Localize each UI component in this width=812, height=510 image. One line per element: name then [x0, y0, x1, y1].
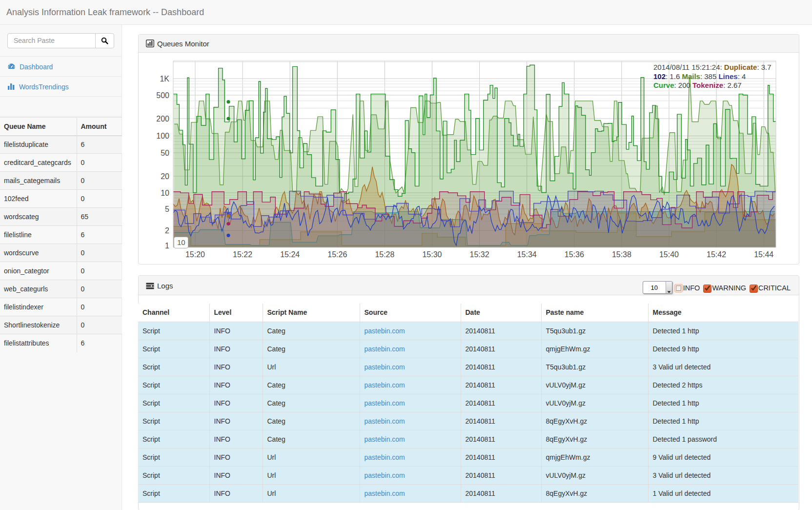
svg-text:15:24: 15:24	[280, 250, 300, 259]
svg-text:15:36: 15:36	[565, 250, 584, 259]
svg-text:1K: 1K	[160, 75, 169, 83]
svg-text:500: 500	[156, 91, 169, 100]
svg-text:15:32: 15:32	[470, 250, 489, 259]
svg-text:15:20: 15:20	[185, 250, 205, 259]
svg-text:20: 20	[161, 172, 169, 181]
svg-text:10: 10	[161, 189, 169, 197]
svg-text:15:44: 15:44	[754, 250, 773, 259]
svg-text:200: 200	[156, 115, 169, 123]
svg-text:2: 2	[165, 226, 169, 235]
svg-text:100: 100	[156, 132, 169, 140]
svg-text:15:38: 15:38	[612, 250, 631, 259]
svg-text:15:40: 15:40	[659, 250, 679, 259]
svg-text:15:28: 15:28	[375, 250, 394, 259]
svg-text:1: 1	[165, 242, 169, 250]
svg-text:5: 5	[165, 205, 169, 213]
svg-text:15:34: 15:34	[517, 250, 537, 259]
svg-text:15:26: 15:26	[327, 250, 347, 259]
svg-text:15:22: 15:22	[233, 250, 252, 259]
svg-text:15:42: 15:42	[707, 250, 726, 259]
svg-text:15:30: 15:30	[422, 250, 442, 259]
svg-text:50: 50	[161, 149, 169, 157]
